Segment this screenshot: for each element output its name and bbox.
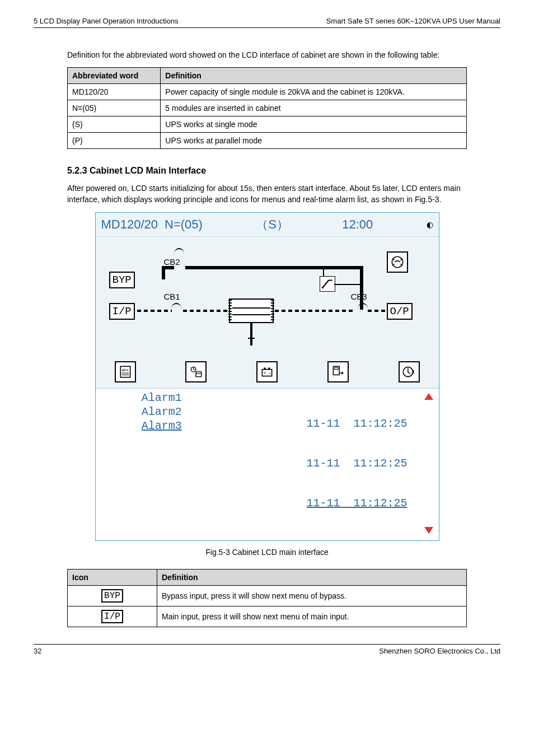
icon-def: Bypass input, press it will show next me… [157,585,467,606]
icon-table: Icon Definition BYP Bypass input, press … [67,569,467,627]
header-left: 5 LCD Display Panel Operation Introducti… [34,17,179,25]
lcd-alarm-list: Alarm1 Alarm2 Alarm3 11-11 11:12:25 11-1… [96,388,439,540]
svg-text:+: + [264,370,266,376]
svg-rect-7 [196,372,202,377]
scroll-down-icon[interactable] [424,527,433,534]
icon-cell: BYP [68,585,157,606]
lcd-diagram: BYP I/P O/P CB2 [96,237,439,388]
abbrev-cell: 5 modules are inserted in cabinet [161,100,467,116]
alarm-row: Alarm3 [100,419,224,433]
scroll-up-icon[interactable] [424,393,433,400]
svg-rect-11 [268,367,270,369]
cb3-breaker-icon [358,303,368,309]
lcd-figure: MD120/20 N=(05) （S） 12:00 ◐ BYP I/P [95,212,439,541]
op-block[interactable]: O/P [387,303,413,320]
bypass-switch-icon [320,276,335,292]
abbrev-cell: N=(05) [68,100,161,116]
cb3-label: CB3 [351,292,367,301]
abbrev-cell: (S) [68,116,161,133]
svg-text:abc: abc [121,367,128,372]
footer-right: Shenzhen SORO Electronics Co., Ltd [379,647,500,655]
page-header: 5 LCD Display Panel Operation Introducti… [34,17,500,28]
figure-caption: Fig.5-3 Cabinet LCD main interface [67,548,467,557]
battery-icon[interactable]: +− [256,361,278,382]
svg-rect-10 [264,367,266,369]
icon-col2: Definition [157,569,467,585]
lcd-status-bar: MD120/20 N=(05) （S） 12:00 ◐ [96,213,439,237]
cb2-breaker-icon [174,248,184,254]
abbrev-cell: (P) [68,133,161,149]
byp-mini-icon: BYP [101,589,123,603]
abbrev-table: Abbreviated word Definition MD120/20 Pow… [67,67,467,149]
abbrev-col1: Abbreviated word [68,68,161,84]
abbrev-cell: Power capacity of single module is 20kVA… [161,84,467,100]
byp-block[interactable]: BYP [109,272,135,288]
footer-left: 32 [34,647,41,655]
header-right: Smart Safe ST series 60K~120KVA UPS User… [326,17,500,25]
alarm-row: Alarm1 [100,391,224,405]
svg-point-1 [392,256,403,268]
lcd-model: MD120/20 [101,217,158,232]
log-icon[interactable]: abc [115,361,136,382]
cb1-breaker-icon [171,303,181,309]
svg-point-0 [321,286,323,288]
abbrev-col2: Definition [161,68,467,84]
section-para: After powered on, LCD starts initializin… [67,183,467,206]
buzzer-icon[interactable] [399,361,420,382]
icon-def: Main input, press it will show next menu… [157,606,467,627]
alarm-row: Alarm2 [100,405,224,419]
cb2-label: CB2 [164,257,180,267]
settings-icon[interactable] [185,361,207,382]
module-icon[interactable] [327,361,349,382]
lcd-n: N=(05) [165,217,203,232]
record-icon: ◐ [427,220,433,229]
abbrev-cell: MD120/20 [68,84,161,100]
alarm-time: 11-11 11:12:25 [223,456,407,470]
abbrev-cell: UPS works at parallel mode [161,133,467,149]
ip-mini-icon: I/P [101,610,123,623]
abbrev-cell: UPS works at single mode [161,116,467,133]
alarm-times: 11-11 11:12:25 11-11 11:12:25 11-11 11:1… [223,391,407,536]
ip-block[interactable]: I/P [109,303,135,320]
svg-text:−: − [268,370,271,376]
icon-cell: I/P [68,606,157,627]
icon-col1: Icon [68,569,157,585]
lcd-mode: （S） [256,216,289,233]
alarm-time: 11-11 11:12:25 [223,417,407,431]
alarm-time: 11-11 11:12:25 [223,496,407,510]
page-footer: 32 Shenzhen SORO Electronics Co., Ltd [34,644,500,655]
converter-icon [229,298,274,323]
svg-rect-15 [334,367,338,369]
section-heading: 5.2.3 Cabinet LCD Main Interface [67,166,467,176]
alarm-names: Alarm1 Alarm2 Alarm3 [100,391,224,536]
lcd-time: 12:00 [342,217,373,232]
intro-text: Definition for the abbreviated word show… [67,50,467,59]
alarm-scroll[interactable] [423,391,434,536]
cb1-label: CB1 [164,292,180,301]
maintenance-icon[interactable] [387,251,408,273]
